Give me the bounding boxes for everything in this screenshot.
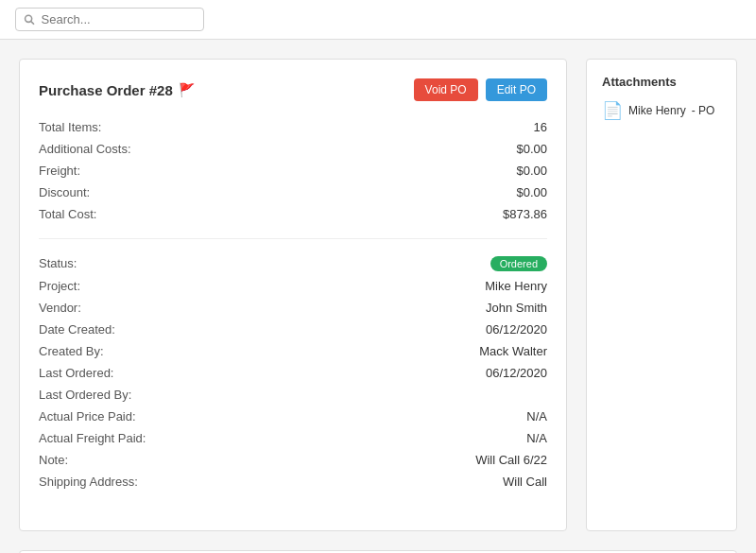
- status-row: Status: Ordered: [39, 252, 547, 275]
- po-header: Purchase Order #28 🚩 Void PO Edit PO: [39, 78, 547, 101]
- actual-price-value: N/A: [190, 406, 547, 427]
- attachment-name: Mike Henry: [628, 104, 686, 117]
- total-cost-value: $873.86: [190, 203, 547, 225]
- shipping-row: Shipping Address: Will Call: [39, 471, 547, 493]
- last-ordered-label: Last Ordered:: [39, 362, 190, 384]
- project-row: Project: Mike Henry: [39, 275, 547, 297]
- date-created-row: Date Created: 06/12/2020: [39, 319, 547, 340]
- attachments-title: Attachments: [602, 75, 721, 89]
- last-ordered-by-value: [190, 384, 547, 406]
- total-cost-label: Total Cost:: [39, 203, 190, 225]
- flag-icon: 🚩: [179, 82, 195, 97]
- total-items-label: Total Items:: [39, 116, 190, 138]
- freight-row: Freight: $0.00: [39, 160, 547, 181]
- shipping-value: Will Call: [190, 471, 547, 493]
- actual-price-row: Actual Price Paid: N/A: [39, 406, 547, 427]
- additional-costs-row: Additional Costs: $0.00: [39, 138, 547, 160]
- left-panel: Purchase Order #28 🚩 Void PO Edit PO Tot…: [19, 59, 567, 531]
- actual-price-label: Actual Price Paid:: [39, 406, 190, 427]
- note-row: Note: Will Call 6/22: [39, 449, 547, 471]
- status-label: Status:: [39, 252, 190, 275]
- vendor-label: Vendor:: [39, 297, 190, 319]
- app-header: [0, 0, 756, 40]
- note-value: Will Call 6/22: [190, 449, 547, 471]
- actual-freight-label: Actual Freight Paid:: [39, 427, 190, 449]
- attachments-panel: Attachments 📄 Mike Henry - PO: [586, 59, 737, 531]
- attachment-item[interactable]: 📄 Mike Henry - PO: [602, 100, 721, 121]
- attachment-suffix: - PO: [692, 104, 715, 117]
- date-created-label: Date Created:: [39, 319, 190, 340]
- last-ordered-row: Last Ordered: 06/12/2020: [39, 362, 547, 384]
- search-icon: [24, 13, 36, 26]
- additional-costs-label: Additional Costs:: [39, 138, 190, 160]
- edit-po-button[interactable]: Edit PO: [486, 78, 547, 101]
- vendor-row: Vendor: John Smith: [39, 297, 547, 319]
- search-wrapper[interactable]: [15, 8, 204, 31]
- main-container: Purchase Order #28 🚩 Void PO Edit PO Tot…: [0, 40, 756, 550]
- total-cost-row: Total Cost: $873.86: [39, 203, 547, 225]
- last-ordered-value: 06/12/2020: [190, 362, 547, 384]
- vendor-value[interactable]: John Smith: [190, 297, 547, 319]
- svg-line-1: [31, 21, 34, 24]
- search-input[interactable]: [42, 12, 196, 26]
- status-badge: Ordered: [490, 256, 547, 271]
- actual-freight-value: N/A: [190, 427, 547, 449]
- discount-row: Discount: $0.00: [39, 181, 547, 203]
- po-info-table: Total Items: 16 Additional Costs: $0.00 …: [39, 116, 547, 493]
- discount-label: Discount:: [39, 181, 190, 203]
- po-title: Purchase Order #28 🚩: [39, 82, 195, 98]
- po-title-text: Purchase Order #28: [39, 82, 173, 98]
- po-actions: Void PO Edit PO: [414, 78, 547, 101]
- total-items-row: Total Items: 16: [39, 116, 547, 138]
- document-icon: 📄: [602, 100, 623, 121]
- last-ordered-by-label: Last Ordered By:: [39, 384, 190, 406]
- project-value[interactable]: Mike Henry: [190, 275, 547, 297]
- status-value: Ordered: [190, 252, 547, 275]
- void-po-button[interactable]: Void PO: [414, 78, 478, 101]
- last-ordered-by-row: Last Ordered By:: [39, 384, 547, 406]
- additional-costs-value: $0.00: [190, 138, 547, 160]
- date-created-value: 06/12/2020: [190, 319, 547, 340]
- actual-freight-row: Actual Freight Paid: N/A: [39, 427, 547, 449]
- shipping-label: Shipping Address:: [39, 471, 190, 493]
- freight-label: Freight:: [39, 160, 190, 181]
- total-items-value: 16: [190, 116, 547, 138]
- created-by-row: Created By: Mack Walter: [39, 340, 547, 362]
- project-label: Project:: [39, 275, 190, 297]
- discount-value: $0.00: [190, 181, 547, 203]
- svg-point-0: [26, 15, 32, 22]
- created-by-value: Mack Walter: [190, 340, 547, 362]
- created-by-label: Created By:: [39, 340, 190, 362]
- note-label: Note:: [39, 449, 190, 471]
- freight-value: $0.00: [190, 160, 547, 181]
